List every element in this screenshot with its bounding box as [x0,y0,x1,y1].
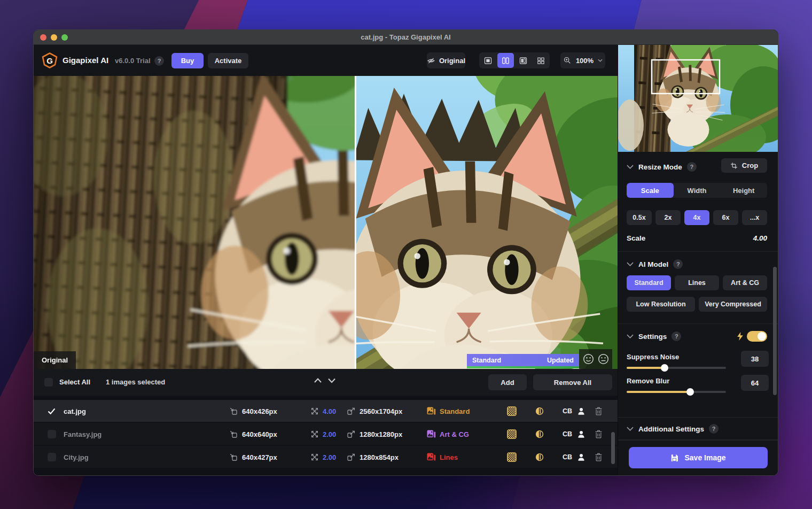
model-icon [427,453,436,461]
image-compare-canvas[interactable]: Original Standard Updated [34,76,618,369]
preset-4x[interactable]: 4x [684,210,709,225]
help-icon[interactable]: ? [154,56,164,66]
buy-button[interactable]: Buy [171,53,204,68]
remove-blur-value[interactable]: 64 [741,375,769,391]
tab-scale[interactable]: Scale [627,183,674,198]
additional-settings-title: Additional Settings [638,425,704,433]
remove-blur-track[interactable] [627,391,726,393]
file-row[interactable]: cat.jpg 640x426px 4.00 2560x1704px [34,400,618,422]
preset-0.5x[interactable]: 0.5x [627,210,652,225]
minimize-window-button[interactable] [51,34,57,41]
ai-model-title: AI Model [638,260,668,268]
slider-knob[interactable] [661,364,668,372]
save-image-button[interactable]: Save Image [629,447,768,468]
zoom-in-icon [563,56,572,65]
scale-factor: 2.00 [323,430,336,438]
model-artcg-button[interactable]: Art & CG [723,275,767,290]
delete-file-icon[interactable] [595,406,603,415]
input-size-icon [229,407,238,415]
section-collapse-icon[interactable] [627,262,634,266]
remove-blur-badge-icon[interactable] [535,406,544,416]
suppress-noise-track[interactable] [627,367,726,369]
section-collapse-icon[interactable] [627,165,634,169]
section-collapse-icon[interactable] [627,427,634,431]
chevron-down-icon[interactable] [327,377,336,383]
output-size-icon [347,453,355,461]
preset-6x[interactable]: 6x [713,210,738,225]
view-grid-button[interactable] [533,53,549,68]
ai-model-section: AI Model ? Standard Lines Art & CG Low R… [618,252,778,324]
file-name: cat.jpg [64,407,86,415]
file-checkbox-checked[interactable] [48,408,56,414]
delete-file-icon[interactable] [595,452,603,461]
add-images-button[interactable]: Add [488,374,527,390]
input-size: 640x640px [242,430,277,438]
zoom-level-dropdown[interactable]: 100% [560,52,605,68]
color-bleed-badge[interactable]: CB [563,407,572,415]
titlebar[interactable]: cat.jpg - Topaz Gigapixel AI [34,30,778,45]
color-bleed-badge[interactable]: CB [563,453,572,461]
preset-custom[interactable]: ...x [742,210,767,225]
happy-face-icon[interactable] [583,353,594,365]
select-all-checkbox[interactable] [44,378,53,387]
face-recovery-icon[interactable] [576,406,586,416]
crop-button[interactable]: Crop [721,158,767,173]
neutral-face-icon[interactable] [598,353,609,365]
file-row[interactable]: Fantasy.jpg 640x640px 2.00 1280x1280px [34,423,618,445]
remove-blur-badge-icon[interactable] [535,452,544,462]
sidebar-scrollbar[interactable] [773,267,777,395]
file-queue-header: Select All 1 images selected Add Remove … [34,369,618,396]
delete-file-icon[interactable] [595,429,603,438]
show-original-toggle[interactable]: Original [427,52,465,68]
view-split-button[interactable] [497,53,514,68]
original-side-label: Original [34,351,76,369]
model-lines-button[interactable]: Lines [675,275,719,290]
model-verycompressed-button[interactable]: Very Compressed [699,297,767,312]
slider-knob[interactable] [686,388,694,396]
select-all-label: Select All [59,378,90,386]
help-icon[interactable]: ? [673,259,683,269]
section-collapse-icon[interactable] [627,334,634,338]
preset-2x[interactable]: 2x [655,210,681,225]
scale-icon [310,453,319,461]
suppress-noise-badge-icon[interactable] [507,452,517,462]
tab-height[interactable]: Height [720,183,767,198]
view-sidebyside-button[interactable] [515,53,532,68]
save-floppy-icon [670,453,679,462]
chevron-down-icon [598,59,603,62]
model-name: Standard [440,407,470,415]
activate-button[interactable]: Activate [208,53,248,68]
file-row[interactable]: City.jpg 640x427px 2.00 1280x854px [34,446,618,468]
suppress-noise-badge-icon[interactable] [507,406,517,416]
file-checkbox[interactable] [48,453,56,461]
help-icon[interactable]: ? [672,331,681,341]
file-name: Fantasy.jpg [64,430,102,438]
file-list-scrollbar[interactable] [611,432,615,464]
model-lowres-button[interactable]: Low Resolution [627,297,695,312]
face-recovery-icon[interactable] [576,452,586,462]
tab-width[interactable]: Width [674,183,721,198]
compare-divider[interactable] [355,76,356,369]
help-icon[interactable]: ? [687,162,697,172]
remove-all-button[interactable]: Remove All [533,374,612,390]
selection-status: 1 images selected [106,378,165,386]
view-single-button[interactable] [480,53,496,68]
file-checkbox[interactable] [48,430,56,438]
face-recovery-icon[interactable] [576,429,586,439]
crop-label: Crop [742,161,758,169]
zoom-window-button[interactable] [61,34,68,41]
chevron-up-icon[interactable] [314,377,322,383]
gigapixel-logo-icon: G [41,52,58,69]
color-bleed-badge[interactable]: CB [563,430,572,438]
remove-blur-badge-icon[interactable] [535,429,544,439]
model-standard-button[interactable]: Standard [627,275,671,290]
suppress-noise-value[interactable]: 38 [741,351,769,367]
input-size-icon [229,430,238,438]
suppress-noise-badge-icon[interactable] [507,429,517,439]
scale-factor: 2.00 [323,453,336,461]
auto-settings-toggle[interactable] [747,331,767,342]
scale-factor: 4.00 [323,407,336,415]
navigator-thumbnail[interactable] [618,45,778,152]
close-window-button[interactable] [40,34,46,41]
help-icon[interactable]: ? [709,424,719,434]
